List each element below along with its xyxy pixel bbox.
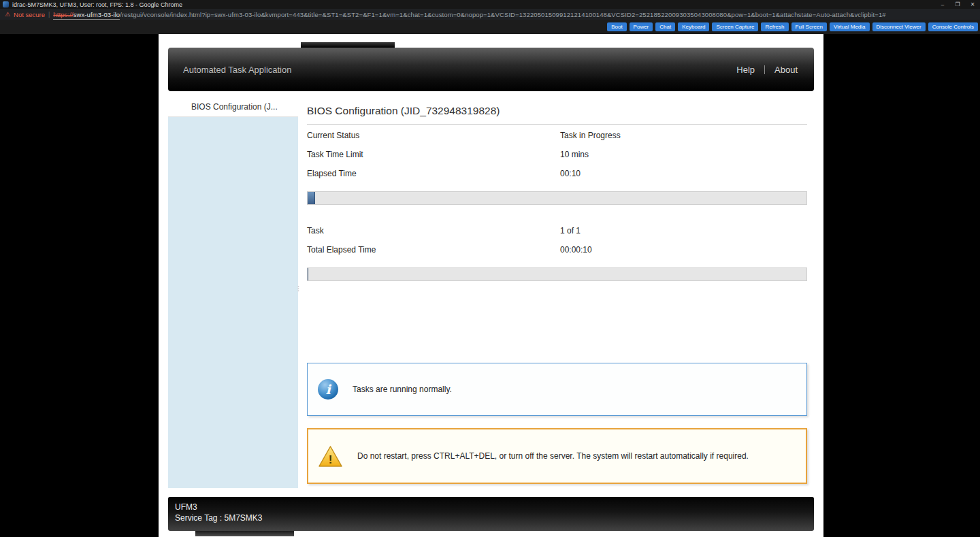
url-host: swx-ufm3-03-ilo <box>74 11 120 18</box>
address-bar[interactable]: ⚠ Not secure | https://swx-ufm3-03-ilo/r… <box>0 9 980 20</box>
not-secure-label[interactable]: Not secure <box>14 11 45 18</box>
table-row: Total Elapsed Time 00:00:10 <box>307 240 807 259</box>
app-title: Automated Task Application <box>183 65 291 75</box>
footer-tab-decoration <box>195 531 294 536</box>
table-row: Task 1 of 1 <box>307 221 807 240</box>
header-links: Help About <box>736 65 798 75</box>
console-toolbar: Boot Power Chat Keyboard Screen Capture … <box>0 20 980 34</box>
app-body: BIOS Configuration (J... ⋮ BIOS Configur… <box>168 97 814 488</box>
task-progress-fill <box>308 192 315 204</box>
screen-capture-button[interactable]: Screen Capture <box>712 22 758 31</box>
url-text[interactable]: https://swx-ufm3-03-ilo/restgui/vconsole… <box>53 11 885 18</box>
warning-icon: ! <box>318 445 343 468</box>
minimize-button[interactable]: – <box>935 0 950 9</box>
elapsed-time-label: Elapsed Time <box>307 169 560 178</box>
total-progress-fill <box>308 268 308 280</box>
app-window-icon <box>3 1 9 7</box>
window-title: idrac-5M7SMK3, UFM3, User: root, FPS: 1.… <box>12 1 182 8</box>
total-elapsed-time-value: 00:00:10 <box>560 245 592 255</box>
total-elapsed-time-label: Total Elapsed Time <box>307 245 560 255</box>
pane-splitter[interactable]: ⋮ <box>295 287 299 290</box>
table-row: Task Time Limit 10 mins <box>307 145 807 164</box>
app-footer: UFM3 Service Tag : 5M7SMK3 <box>168 497 814 531</box>
current-status-value: Task in Progress <box>560 131 621 140</box>
virtual-media-button[interactable]: Virtual Media <box>830 22 870 31</box>
table-row: Current Status Task in Progress <box>307 126 807 145</box>
keyboard-button[interactable]: Keyboard <box>678 22 709 31</box>
current-status-label: Current Status <box>307 131 560 140</box>
task-time-limit-value: 10 mins <box>560 150 589 159</box>
app-header: Automated Task Application Help About <box>168 48 814 91</box>
header-divider <box>764 65 765 74</box>
about-link[interactable]: About <box>774 65 798 75</box>
total-progress-bar <box>307 267 807 281</box>
window-titlebar: idrac-5M7SMK3, UFM3, User: root, FPS: 1.… <box>0 0 980 9</box>
info-message: Tasks are running normally. <box>353 385 452 394</box>
elapsed-time-value: 00:10 <box>560 169 581 178</box>
status-rows: Current Status Task in Progress Task Tim… <box>307 126 807 183</box>
warning-icon-glyph: ! <box>329 453 333 466</box>
task-detail-panel: BIOS Configuration (JID_732948319828) Cu… <box>298 97 814 488</box>
boot-button[interactable]: Boot <box>607 22 626 31</box>
table-row: Elapsed Time 00:10 <box>307 164 807 183</box>
close-button[interactable]: ✕ <box>965 0 980 9</box>
footer-model: UFM3 <box>175 502 814 512</box>
address-separator: | <box>48 11 50 18</box>
console-controls-button[interactable]: Console Controls <box>928 22 978 31</box>
maximize-button[interactable]: ❐ <box>950 0 965 9</box>
refresh-button[interactable]: Refresh <box>761 22 788 31</box>
task-sidebar: BIOS Configuration (J... <box>168 97 298 488</box>
page-title: BIOS Configuration (JID_732948319828) <box>307 105 807 125</box>
task-rows: Task 1 of 1 Total Elapsed Time 00:00:10 <box>307 221 807 259</box>
info-icon-glyph: i <box>325 383 330 396</box>
info-icon: i <box>318 379 338 400</box>
sidebar-item-bios-configuration[interactable]: BIOS Configuration (J... <box>168 97 298 117</box>
full-screen-button[interactable]: Full Screen <box>791 22 827 31</box>
header-tab-decoration <box>301 42 395 48</box>
info-box: i Tasks are running normally. <box>307 363 807 416</box>
power-button[interactable]: Power <box>630 22 653 31</box>
task-progress-bar <box>307 191 807 205</box>
window-controls: – ❐ ✕ <box>935 0 980 9</box>
warning-message: Do not restart, press CTRL+ALT+DEL, or t… <box>357 451 749 461</box>
help-link[interactable]: Help <box>736 65 755 75</box>
chat-button[interactable]: Chat <box>655 22 675 31</box>
disconnect-viewer-button[interactable]: Disconnect Viewer <box>872 22 926 31</box>
task-time-limit-label: Task Time Limit <box>307 150 560 159</box>
url-path: /restgui/vconsole/index.html?ip=swx-ufm3… <box>120 11 885 18</box>
url-scheme: https:// <box>53 11 73 18</box>
task-app-window: Automated Task Application Help About BI… <box>159 34 823 537</box>
footer-service-tag: Service Tag : 5M7SMK3 <box>175 512 814 523</box>
task-count-value: 1 of 1 <box>560 226 581 235</box>
not-secure-icon[interactable]: ⚠ <box>5 12 10 18</box>
task-count-label: Task <box>307 226 560 235</box>
warning-box: ! Do not restart, press CTRL+ALT+DEL, or… <box>307 428 807 484</box>
console-viewport: Automated Task Application Help About BI… <box>0 34 980 537</box>
